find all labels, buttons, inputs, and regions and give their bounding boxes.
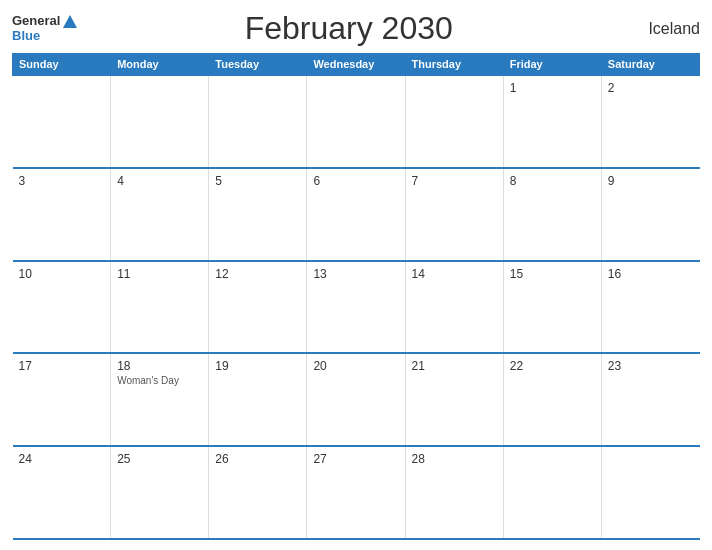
day-cell	[111, 75, 209, 168]
day-cell: 21	[405, 353, 503, 446]
day-cell: 19	[209, 353, 307, 446]
header-sunday: Sunday	[13, 54, 111, 76]
day-cell: 26	[209, 446, 307, 539]
header-tuesday: Tuesday	[209, 54, 307, 76]
day-number: 13	[313, 267, 398, 281]
day-cell: 7	[405, 168, 503, 261]
week-row-5: 2425262728	[13, 446, 700, 539]
day-number: 23	[608, 359, 694, 373]
day-number: 10	[19, 267, 105, 281]
day-cell	[503, 446, 601, 539]
day-number: 14	[412, 267, 497, 281]
header-thursday: Thursday	[405, 54, 503, 76]
day-number: 27	[313, 452, 398, 466]
day-cell	[13, 75, 111, 168]
day-number: 12	[215, 267, 300, 281]
day-cell: 20	[307, 353, 405, 446]
day-cell: 28	[405, 446, 503, 539]
header: General Blue February 2030 Iceland	[12, 10, 700, 47]
week-row-3: 10111213141516	[13, 261, 700, 354]
day-cell: 5	[209, 168, 307, 261]
day-number: 3	[19, 174, 105, 188]
logo-triangle-icon	[63, 15, 77, 28]
day-number: 28	[412, 452, 497, 466]
day-cell	[601, 446, 699, 539]
day-number: 2	[608, 81, 694, 95]
day-number: 8	[510, 174, 595, 188]
day-cell	[209, 75, 307, 168]
day-number: 20	[313, 359, 398, 373]
day-number: 5	[215, 174, 300, 188]
day-number: 11	[117, 267, 202, 281]
day-cell: 24	[13, 446, 111, 539]
day-number: 1	[510, 81, 595, 95]
day-cell: 15	[503, 261, 601, 354]
day-cell: 23	[601, 353, 699, 446]
day-cell: 18Woman's Day	[111, 353, 209, 446]
day-cell: 1	[503, 75, 601, 168]
day-cell: 2	[601, 75, 699, 168]
logo-blue: Blue	[12, 29, 77, 43]
week-row-1: 12	[13, 75, 700, 168]
day-number: 9	[608, 174, 694, 188]
day-cell: 22	[503, 353, 601, 446]
day-number: 18	[117, 359, 202, 373]
day-cell: 14	[405, 261, 503, 354]
week-row-2: 3456789	[13, 168, 700, 261]
day-cell: 27	[307, 446, 405, 539]
logo: General Blue	[12, 14, 77, 43]
day-cell: 9	[601, 168, 699, 261]
day-number: 16	[608, 267, 694, 281]
country-label: Iceland	[620, 20, 700, 38]
calendar-table: Sunday Monday Tuesday Wednesday Thursday…	[12, 53, 700, 540]
day-cell: 25	[111, 446, 209, 539]
calendar-title: February 2030	[77, 10, 620, 47]
header-monday: Monday	[111, 54, 209, 76]
day-number: 6	[313, 174, 398, 188]
day-cell	[405, 75, 503, 168]
day-number: 15	[510, 267, 595, 281]
day-cell: 12	[209, 261, 307, 354]
header-friday: Friday	[503, 54, 601, 76]
day-number: 4	[117, 174, 202, 188]
day-cell: 4	[111, 168, 209, 261]
day-cell: 11	[111, 261, 209, 354]
logo-general: General	[12, 14, 60, 28]
day-cell: 6	[307, 168, 405, 261]
day-number: 25	[117, 452, 202, 466]
day-cell	[307, 75, 405, 168]
day-cell: 13	[307, 261, 405, 354]
week-row-4: 1718Woman's Day1920212223	[13, 353, 700, 446]
day-headers-row: Sunday Monday Tuesday Wednesday Thursday…	[13, 54, 700, 76]
page-wrapper: General Blue February 2030 Iceland Sunda…	[0, 0, 712, 550]
day-cell: 8	[503, 168, 601, 261]
day-number: 19	[215, 359, 300, 373]
day-cell: 3	[13, 168, 111, 261]
day-number: 26	[215, 452, 300, 466]
header-saturday: Saturday	[601, 54, 699, 76]
day-cell: 10	[13, 261, 111, 354]
day-number: 7	[412, 174, 497, 188]
day-event: Woman's Day	[117, 375, 202, 386]
day-cell: 16	[601, 261, 699, 354]
header-wednesday: Wednesday	[307, 54, 405, 76]
day-number: 24	[19, 452, 105, 466]
day-number: 17	[19, 359, 105, 373]
day-cell: 17	[13, 353, 111, 446]
day-number: 21	[412, 359, 497, 373]
day-number: 22	[510, 359, 595, 373]
